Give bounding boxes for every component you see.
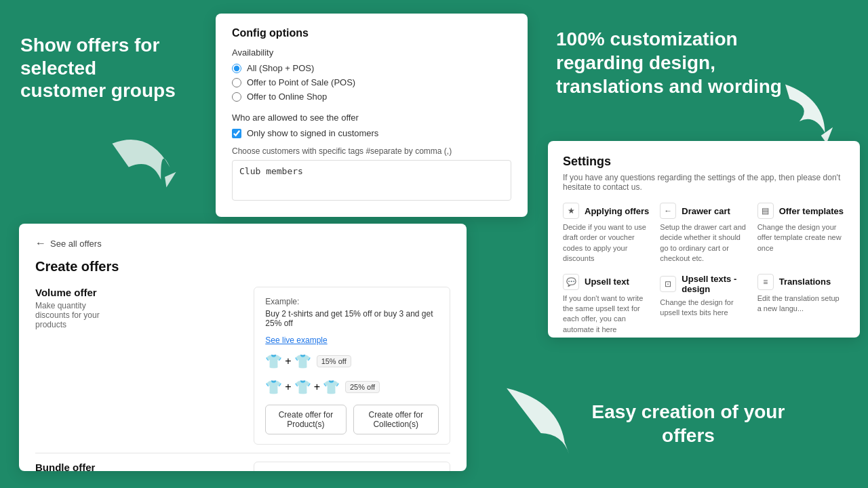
offer-divider xyxy=(35,453,450,453)
tshirt-icon-3: 👕 xyxy=(265,379,282,395)
bundle-offer-row: Bundle offer Give customers a discount w… xyxy=(35,462,450,471)
panel-header: ← See all offers xyxy=(35,237,450,249)
signed-in-label: Only show to signed in customers xyxy=(247,128,378,138)
upsell-text-icon: 💬 xyxy=(563,274,579,290)
translations-desc: Edit the translation setup a new langu..… xyxy=(757,293,845,314)
volume-offer-left: Volume offer Make quantity discounts for… xyxy=(35,287,125,445)
settings-item-drawer[interactable]: ← Drawer cart Setup the drawer cart and … xyxy=(660,203,747,264)
settings-panel: Settings If you have any questions regar… xyxy=(548,141,860,338)
tshirt-group-2: 👕 + 👕 + 👕 xyxy=(265,379,340,395)
upsell-text-desc: If you don't want to write the same upse… xyxy=(563,293,650,336)
radio-all-label: All (Shop + POS) xyxy=(247,63,314,73)
upsell-design-title: Upsell texts - design xyxy=(682,274,747,294)
volume-offer-row: Volume offer Make quantity discounts for… xyxy=(35,287,450,445)
volume-visual-2: 👕 + 👕 + 👕 25% off xyxy=(265,379,439,395)
applying-offers-title: Applying offers xyxy=(585,206,649,216)
volume-see-live-link[interactable]: See live example xyxy=(265,336,327,345)
volume-example-label: Example: xyxy=(265,297,439,306)
settings-desc: If you have any questions regarding the … xyxy=(563,173,845,192)
plus-icon-3: + xyxy=(314,381,320,393)
config-title: Config options xyxy=(232,27,511,39)
settings-item-upsell-design[interactable]: ⊡ Upsell texts - design Change the desig… xyxy=(660,274,747,336)
create-offers-panel: ← See all offers Create offers Volume of… xyxy=(19,224,467,471)
settings-item-header-2: ▤ Offer templates xyxy=(757,203,845,219)
volume-offer-desc: Make quantity discounts for your product… xyxy=(35,301,118,329)
bundle-offer-title: Bundle offer xyxy=(35,462,118,471)
top-left-heading: Show offers for selected customer groups xyxy=(20,34,176,102)
tshirt-group-1: 👕 + 👕 xyxy=(265,353,311,369)
volume-offer-buttons: Create offer for Product(s) Create offer… xyxy=(265,405,439,434)
translations-title: Translations xyxy=(779,277,831,287)
settings-item-translations[interactable]: ≡ Translations Edit the translation setu… xyxy=(757,274,845,336)
offer-templates-title: Offer templates xyxy=(779,206,844,216)
plus-icon-2: + xyxy=(285,381,291,393)
offer-templates-icon: ▤ xyxy=(757,203,774,219)
volume-offer-example: Example: Buy 2 t-shirts and get 15% off … xyxy=(254,287,450,445)
back-label: See all offers xyxy=(50,239,102,249)
config-panel: Config options Availability All (Shop + … xyxy=(216,14,528,217)
volume-offer-title: Volume offer xyxy=(35,287,118,298)
bundle-offer-left: Bundle offer Give customers a discount w… xyxy=(35,462,125,471)
create-offers-title: Create offers xyxy=(35,259,450,274)
tags-label: Choose customers with specific tags #sep… xyxy=(232,146,511,156)
back-button[interactable]: ← See all offers xyxy=(35,237,102,249)
create-collection-offer-button[interactable]: Create offer for Collection(s) xyxy=(353,405,439,434)
radio-pos[interactable]: Offer to Point of Sale (POS) xyxy=(232,77,511,87)
offer-templates-desc: Change the design your offer template cr… xyxy=(757,222,845,253)
radio-online[interactable]: Offer to Online Shop xyxy=(232,92,511,102)
top-right-heading: 100% customization regarding design, tra… xyxy=(556,27,793,98)
tshirt-icon-4: 👕 xyxy=(294,379,311,395)
settings-item-header-3: 💬 Upsell text xyxy=(563,274,650,290)
settings-grid: ★ Applying offers Decide if you want to … xyxy=(563,203,845,335)
tshirt-icon-5: 👕 xyxy=(323,379,340,395)
availability-label: Availability xyxy=(232,47,511,58)
upsell-design-icon: ⊡ xyxy=(660,276,676,292)
discount-badge-2: 25% off xyxy=(345,381,380,393)
discount-badge-1: 15% off xyxy=(317,355,351,367)
who-label: Who are allowed to see the offer xyxy=(232,113,511,123)
radio-pos-label: Offer to Point of Sale (POS) xyxy=(247,77,355,87)
settings-item-applying[interactable]: ★ Applying offers Decide if you want to … xyxy=(563,203,650,264)
bundle-offer-example: Example: Buy jeans, hoodie and cap toget… xyxy=(254,462,450,471)
settings-item-header-0: ★ Applying offers xyxy=(563,203,650,219)
settings-item-upsell-text[interactable]: 💬 Upsell text If you don't want to write… xyxy=(563,274,650,336)
tshirt-icon-1: 👕 xyxy=(265,353,282,369)
signed-in-checkbox-row[interactable]: Only show to signed in customers xyxy=(232,128,511,138)
radio-all[interactable]: All (Shop + POS) xyxy=(232,63,511,73)
applying-offers-icon: ★ xyxy=(563,203,579,219)
availability-radio-group: All (Shop + POS) Offer to Point of Sale … xyxy=(232,63,511,102)
drawer-cart-icon: ← xyxy=(660,203,676,219)
plus-icon-1: + xyxy=(285,355,291,367)
volume-example-text: Buy 2 t-shirts and get 15% off or buy 3 … xyxy=(265,309,439,328)
radio-online-label: Offer to Online Shop xyxy=(247,92,327,102)
tshirt-icon-2: 👕 xyxy=(294,353,311,369)
drawer-cart-title: Drawer cart xyxy=(682,206,730,216)
tags-input[interactable]: Club members xyxy=(232,160,511,201)
create-product-offer-button[interactable]: Create offer for Product(s) xyxy=(265,405,346,434)
applying-offers-desc: Decide if you want to use draft order or… xyxy=(563,222,650,264)
settings-item-header-1: ← Drawer cart xyxy=(660,203,747,219)
translations-icon: ≡ xyxy=(757,274,774,290)
settings-item-templates[interactable]: ▤ Offer templates Change the design your… xyxy=(757,203,845,264)
back-arrow-icon: ← xyxy=(35,237,46,249)
volume-visual: 👕 + 👕 15% off xyxy=(265,353,439,369)
svg-marker-0 xyxy=(163,170,176,188)
drawer-cart-desc: Setup the drawer cart and decide whether… xyxy=(660,222,747,264)
bottom-right-heading: Easy creation of your offers xyxy=(570,400,807,447)
signed-in-checkbox[interactable] xyxy=(232,129,241,138)
settings-item-header-4: ⊡ Upsell texts - design xyxy=(660,274,747,294)
settings-item-header-5: ≡ Translations xyxy=(757,274,845,290)
upsell-design-desc: Change the design for upsell texts bits … xyxy=(660,298,747,319)
settings-title: Settings xyxy=(563,155,845,169)
upsell-text-title: Upsell text xyxy=(585,277,629,287)
